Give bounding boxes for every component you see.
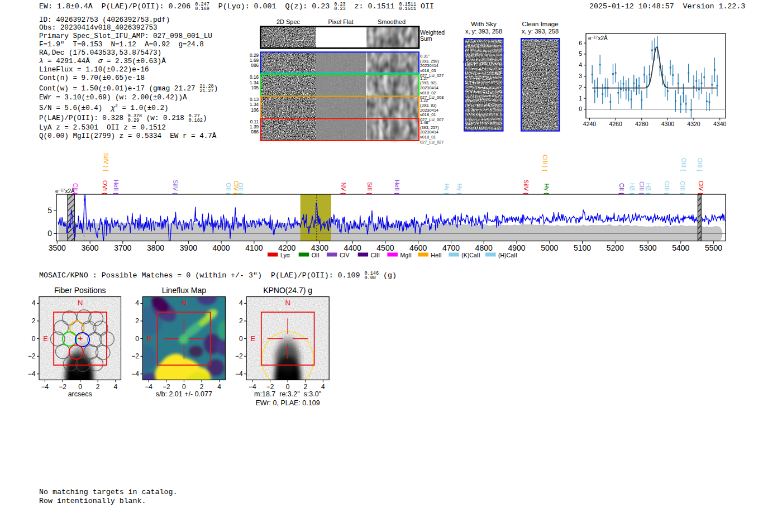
svg-text:E: E (43, 334, 48, 343)
svg-text:−4: −4 (145, 383, 152, 391)
svg-text:−4: −4 (41, 383, 49, 391)
svg-text:Lineflux Map: Lineflux Map (162, 286, 207, 295)
svg-text:−2: −2 (131, 352, 139, 360)
svg-text:Fiber Positions: Fiber Positions (54, 286, 106, 295)
svg-text:4: 4 (135, 299, 139, 307)
svg-text:4: 4 (321, 383, 325, 391)
svg-text:−2: −2 (28, 352, 36, 360)
svg-text:4: 4 (113, 383, 117, 391)
svg-text:E: E (251, 334, 256, 343)
svg-text:EWr: 0, PLAE: 0.109: EWr: 0, PLAE: 0.109 (256, 399, 320, 407)
svg-text:arcsecs: arcsecs (68, 390, 92, 398)
svg-text:KPNO(24.7) g: KPNO(24.7) g (263, 286, 312, 295)
svg-text:−4: −4 (249, 383, 256, 391)
svg-text:−2: −2 (266, 383, 274, 391)
svg-text:−4: −4 (131, 370, 139, 378)
svg-text:0: 0 (32, 335, 36, 343)
svg-text:4: 4 (239, 299, 243, 307)
svg-text:N: N (285, 299, 290, 307)
svg-text:2: 2 (303, 383, 307, 391)
svg-text:0: 0 (78, 383, 82, 391)
svg-text:0: 0 (239, 335, 243, 343)
svg-text:2: 2 (135, 317, 139, 325)
svg-text:N: N (78, 299, 83, 307)
svg-text:2: 2 (96, 383, 100, 391)
svg-text:N: N (182, 299, 187, 307)
svg-text:4: 4 (217, 383, 221, 391)
svg-text:2: 2 (200, 383, 204, 391)
svg-text:−4: −4 (235, 370, 243, 378)
svg-text:−2: −2 (163, 383, 170, 391)
svg-text:−2: −2 (59, 383, 66, 391)
svg-text:2: 2 (32, 317, 36, 325)
svg-text:m:18.7 re:3.2" s:3.0": m:18.7 re:3.2" s:3.0" (254, 390, 321, 398)
svg-text:−2: −2 (235, 352, 243, 360)
svg-text:2: 2 (239, 317, 243, 325)
svg-text:−4: −4 (28, 370, 36, 378)
svg-text:0: 0 (286, 383, 290, 391)
svg-text:0: 0 (135, 335, 139, 343)
svg-text:4: 4 (32, 299, 36, 307)
svg-text:0: 0 (182, 383, 186, 391)
svg-text:s/b: 2.01 +/- 0.077: s/b: 2.01 +/- 0.077 (156, 390, 212, 398)
svg-text:E: E (147, 334, 152, 343)
